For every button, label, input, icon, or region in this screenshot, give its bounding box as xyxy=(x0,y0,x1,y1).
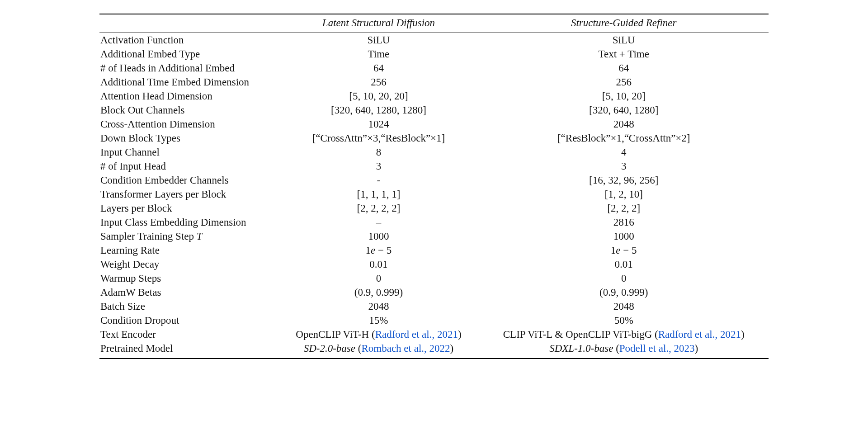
value-cell-col1: 64 xyxy=(278,61,479,75)
value-cell-col1: SD-2.0-base (Rombach et al., 2022) xyxy=(278,341,479,359)
param-cell: Input Channel xyxy=(99,145,278,159)
value-cell-col1: 256 xyxy=(278,75,479,89)
param-cell: Condition Dropout xyxy=(99,313,278,327)
value-cell-col2: 1e − 5 xyxy=(479,243,769,257)
table-row: Weight Decay0.010.01 xyxy=(99,257,769,271)
param-cell: Learning Rate xyxy=(99,243,278,257)
param-cell: Input Class Embedding Dimension xyxy=(99,215,278,229)
param-cell: Batch Size xyxy=(99,299,278,313)
table-body: Activation FunctionSiLUSiLUAdditional Em… xyxy=(99,33,769,359)
table-row: Text EncoderOpenCLIP ViT-H (Radford et a… xyxy=(99,327,769,341)
table-row: Batch Size20482048 xyxy=(99,299,769,313)
table-row: Activation FunctionSiLUSiLU xyxy=(99,33,769,47)
value-cell-col2: [320, 640, 1280] xyxy=(479,103,769,117)
value-cell-col2: 256 xyxy=(479,75,769,89)
citation-link[interactable]: Podell et al., 2023 xyxy=(619,343,695,354)
param-cell: Transformer Layers per Block xyxy=(99,187,278,201)
citation-link[interactable]: Radford et al., 2021 xyxy=(658,329,741,340)
header-empty xyxy=(99,14,278,33)
param-cell: Additional Embed Type xyxy=(99,47,278,61)
value-cell-col2: [1, 2, 10] xyxy=(479,187,769,201)
value-cell-col1: 15% xyxy=(278,313,479,327)
value-cell-col2: CLIP ViT-L & OpenCLIP ViT-bigG (Radford … xyxy=(479,327,769,341)
value-cell-col1: [“CrossAttn”×3,“ResBlock”×1] xyxy=(278,131,479,145)
value-cell-col1: (0.9, 0.999) xyxy=(278,285,479,299)
table-row: AdamW Betas(0.9, 0.999)(0.9, 0.999) xyxy=(99,285,769,299)
value-cell-col1: 1e − 5 xyxy=(278,243,479,257)
value-cell-col2: SDXL-1.0-base (Podell et al., 2023) xyxy=(479,341,769,359)
value-cell-col1: 0 xyxy=(278,271,479,285)
plain-text: CLIP ViT-L & OpenCLIP ViT-bigG ( xyxy=(503,329,658,340)
value-cell-col1: 3 xyxy=(278,159,479,173)
plain-text: − 5 xyxy=(621,245,637,256)
plain-text: ) xyxy=(450,343,454,354)
table-row: Input Channel84 xyxy=(99,145,769,159)
value-cell-col2: 2048 xyxy=(479,299,769,313)
hyperparameter-table: Latent Structural Diffusion Structure-Gu… xyxy=(99,14,769,359)
param-cell: Condition Embedder Channels xyxy=(99,173,278,187)
math-symbol: T xyxy=(197,231,203,242)
param-cell: Pretrained Model xyxy=(99,341,278,359)
table-row: Additional Time Embed Dimension256256 xyxy=(99,75,769,89)
value-cell-col2: 2816 xyxy=(479,215,769,229)
value-cell-col2: 0 xyxy=(479,271,769,285)
value-cell-col1: - xyxy=(278,173,479,187)
table-row: Additional Embed TypeTimeText + Time xyxy=(99,47,769,61)
table-row: Condition Dropout15%50% xyxy=(99,313,769,327)
table-row: Sampler Training Step T10001000 xyxy=(99,229,769,243)
param-cell: Warmup Steps xyxy=(99,271,278,285)
param-cell: # of Input Head xyxy=(99,159,278,173)
table-row: Learning Rate1e − 51e − 5 xyxy=(99,243,769,257)
value-cell-col2: 3 xyxy=(479,159,769,173)
value-cell-col2: [5, 10, 20] xyxy=(479,89,769,103)
param-cell: # of Heads in Additional Embed xyxy=(99,61,278,75)
param-cell: Layers per Block xyxy=(99,201,278,215)
emphasized-text: SD-2.0-base xyxy=(304,343,355,354)
table-row: Input Class Embedding Dimension–2816 xyxy=(99,215,769,229)
plain-text: ) xyxy=(741,329,745,340)
plain-text: ) xyxy=(458,329,462,340)
table-row: Condition Embedder Channels-[16, 32, 96,… xyxy=(99,173,769,187)
table-row: # of Input Head33 xyxy=(99,159,769,173)
value-cell-col2: 4 xyxy=(479,145,769,159)
param-cell: Sampler Training Step T xyxy=(99,229,278,243)
table-container: Latent Structural Diffusion Structure-Gu… xyxy=(95,9,773,364)
value-cell-col2: [16, 32, 96, 256] xyxy=(479,173,769,187)
value-cell-col1: 2048 xyxy=(278,299,479,313)
table-row: Layers per Block[2, 2, 2, 2][2, 2, 2] xyxy=(99,201,769,215)
param-cell: Weight Decay xyxy=(99,257,278,271)
plain-text: − 5 xyxy=(375,245,392,256)
value-cell-col1: – xyxy=(278,215,479,229)
plain-text: ) xyxy=(695,343,698,354)
plain-text: OpenCLIP ViT-H ( xyxy=(296,329,375,340)
value-cell-col1: OpenCLIP ViT-H (Radford et al., 2021) xyxy=(278,327,479,341)
table-row: Attention Head Dimension[5, 10, 20, 20][… xyxy=(99,89,769,103)
header-col1: Latent Structural Diffusion xyxy=(278,14,479,33)
param-cell: Down Block Types xyxy=(99,131,278,145)
value-cell-col2: 50% xyxy=(479,313,769,327)
citation-link[interactable]: Rombach et al., 2022 xyxy=(361,343,450,354)
plain-text: 1 xyxy=(611,245,616,256)
value-cell-col2: 1000 xyxy=(479,229,769,243)
value-cell-col2: [2, 2, 2] xyxy=(479,201,769,215)
plain-text: 1 xyxy=(366,245,371,256)
emphasized-text: SDXL-1.0-base xyxy=(549,343,613,354)
param-cell: AdamW Betas xyxy=(99,285,278,299)
table-row: Pretrained ModelSD-2.0-base (Rombach et … xyxy=(99,341,769,359)
value-cell-col1: 8 xyxy=(278,145,479,159)
value-cell-col2: Text + Time xyxy=(479,47,769,61)
value-cell-col1: [5, 10, 20, 20] xyxy=(278,89,479,103)
param-cell: Block Out Channels xyxy=(99,103,278,117)
value-cell-col2: (0.9, 0.999) xyxy=(479,285,769,299)
plain-text: ( xyxy=(355,343,361,354)
param-cell: Cross-Attention Dimension xyxy=(99,117,278,131)
value-cell-col2: [“ResBlock”×1,“CrossAttn”×2] xyxy=(479,131,769,145)
table-row: Cross-Attention Dimension10242048 xyxy=(99,117,769,131)
value-cell-col1: SiLU xyxy=(278,33,479,47)
math-symbol: e xyxy=(371,245,375,256)
value-cell-col2: 0.01 xyxy=(479,257,769,271)
table-row: # of Heads in Additional Embed6464 xyxy=(99,61,769,75)
value-cell-col1: 0.01 xyxy=(278,257,479,271)
param-cell: Text Encoder xyxy=(99,327,278,341)
citation-link[interactable]: Radford et al., 2021 xyxy=(375,329,458,340)
